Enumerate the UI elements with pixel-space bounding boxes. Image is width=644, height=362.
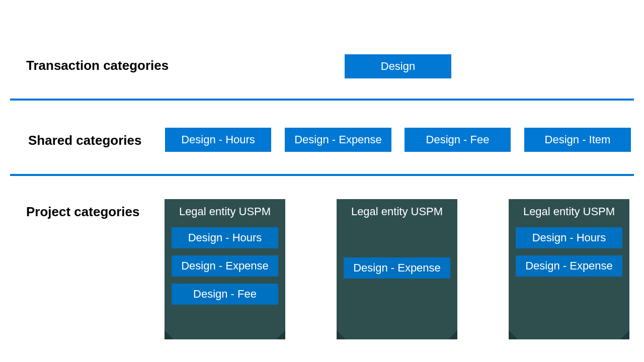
project-category-item: Design - Expense — [344, 257, 450, 279]
panel-fold-right-icon — [276, 330, 285, 339]
legal-entity-title: Legal entity USPM — [172, 205, 278, 218]
panel-fold-right-icon — [448, 330, 457, 339]
project-categories-label: Project categories — [26, 204, 139, 220]
panel-fold-right-icon — [620, 330, 629, 339]
legal-entity-panel-3: Legal entity USPM Design - Hours Design … — [509, 199, 629, 339]
spacer — [344, 227, 450, 257]
project-category-item: Design - Expense — [516, 255, 622, 277]
legal-entity-panel-2: Legal entity USPM Design - Expense — [337, 199, 457, 339]
project-category-item: Design - Expense — [172, 255, 278, 277]
divider-1 — [10, 99, 634, 101]
project-category-item: Design - Hours — [516, 227, 622, 248]
panel-fold-left-icon — [337, 330, 346, 339]
shared-category-pill-3: Design - Fee — [405, 128, 511, 152]
divider-2 — [10, 174, 634, 176]
transaction-categories-label: Transaction categories — [26, 58, 169, 73]
shared-category-pill-1: Design - Hours — [165, 128, 271, 152]
legal-entity-title: Legal entity USPM — [516, 205, 622, 218]
shared-category-pill-2: Design - Expense — [285, 128, 391, 152]
panel-fold-left-icon — [509, 330, 518, 339]
project-category-item: Design - Hours — [172, 227, 278, 248]
shared-categories-label: Shared categories — [28, 133, 141, 148]
legal-entity-panel-1: Legal entity USPM Design - Hours Design … — [165, 199, 285, 339]
legal-entity-title: Legal entity USPM — [344, 205, 450, 218]
transaction-category-pill: Design — [345, 54, 451, 78]
diagram-canvas: Transaction categories Design Shared cat… — [0, 0, 644, 362]
project-category-item: Design - Fee — [172, 284, 278, 305]
panel-fold-left-icon — [165, 330, 174, 339]
shared-category-pill-4: Design - Item — [524, 128, 631, 152]
